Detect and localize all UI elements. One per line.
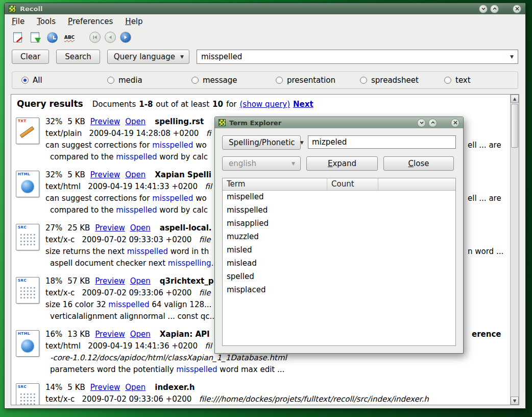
documents-word: Documents (92, 100, 136, 109)
open-link[interactable]: Open (130, 329, 151, 340)
relevance-percent: 18% (45, 275, 62, 287)
term-row[interactable]: mislead (223, 257, 455, 270)
result-headline: 27%25 KBPreviewOpenaspell-local. (45, 222, 219, 234)
shade-button[interactable] (479, 5, 488, 13)
match-term: misspelled (116, 152, 157, 161)
doc-title-fragment: erence (472, 329, 501, 340)
term-column-header[interactable]: Term (223, 178, 327, 190)
query-dropdown-arrow-icon[interactable]: ▼ (506, 54, 518, 59)
filter-label: message (203, 76, 237, 85)
expand-button[interactable]: Expand (306, 156, 378, 171)
search-button[interactable]: Search (56, 50, 100, 64)
html-doc-icon: HTML (16, 330, 39, 357)
scroll-down-icon[interactable]: ▼ (511, 397, 519, 405)
dialog-titlebar[interactable]: Term Explorer (215, 117, 463, 128)
term-input[interactable] (308, 135, 456, 149)
doc-type-badge: SRC (18, 385, 27, 389)
preview-link[interactable]: Preview (95, 222, 125, 234)
match-term: misspelled (152, 194, 193, 203)
filter-message[interactable]: message (191, 76, 237, 85)
dialog-unshade-button[interactable] (428, 119, 437, 127)
text-segment: file (199, 288, 211, 297)
result-line: -core-1.0.12/docs/apidoc/html/classXapia… (45, 352, 287, 364)
clear-search-icon[interactable] (11, 31, 24, 44)
dialog-shade-button[interactable] (417, 119, 426, 127)
results-scrollbar[interactable]: ▲ ▼ (510, 95, 519, 405)
preview-link[interactable]: Preview (95, 275, 125, 287)
filter-spreadsheet[interactable]: spreadsheet (360, 76, 419, 85)
filter-media[interactable]: media (107, 76, 142, 85)
count-cell (327, 230, 378, 244)
menu-file[interactable]: File (12, 17, 25, 26)
text-segment: word in th (168, 247, 209, 256)
open-link[interactable]: Open (125, 169, 146, 181)
term-row[interactable]: mispelled (223, 191, 455, 204)
titlebar[interactable]: Recoll (5, 3, 525, 14)
filter-all[interactable]: All (21, 76, 42, 85)
arrow-left-bar-icon (92, 34, 98, 40)
term-explorer-icon[interactable]: ABC (63, 31, 76, 44)
scrollbar-thumb[interactable] (511, 104, 518, 148)
preview-link[interactable]: Preview (95, 329, 125, 340)
open-link[interactable]: Open (130, 275, 151, 287)
term-cell: spelled (223, 270, 327, 284)
result-item: SRC14%5 KBPreviewOpenindexer.htext/x-c 2… (15, 382, 509, 405)
query-input[interactable] (197, 52, 506, 61)
unshade-button[interactable] (490, 5, 499, 13)
page-first-icon[interactable] (89, 32, 101, 43)
clear-button[interactable]: Clear (12, 50, 49, 64)
result-text: 32%5 KBPreviewOpenspelling.rsttext/plain… (45, 116, 211, 163)
query-results-title: Query results (17, 99, 83, 109)
document-update-icon[interactable] (28, 31, 41, 44)
filter-label: spreadsheet (371, 76, 419, 85)
preview-link[interactable]: Preview (90, 382, 120, 393)
dialog-title: Term Explorer (229, 119, 414, 127)
term-row[interactable]: spelled (223, 270, 455, 284)
preview-link[interactable]: Preview (90, 169, 120, 181)
filter-presentation[interactable]: presentation (276, 76, 335, 85)
next-page-link[interactable]: Next (293, 100, 313, 109)
window-controls (479, 5, 521, 13)
filter-text[interactable]: text (444, 76, 471, 85)
term-row[interactable]: misplaced (223, 284, 455, 297)
open-link[interactable]: Open (125, 116, 146, 128)
history-icon[interactable] (45, 31, 59, 44)
doc-size: 57 KB (67, 275, 90, 287)
term-row[interactable]: misapplied (223, 217, 455, 230)
relevance-percent: 16% (45, 329, 62, 340)
dialog-close-button[interactable] (451, 119, 460, 127)
term-cell: misled (223, 244, 327, 257)
doc-title: indexer.h (155, 382, 195, 393)
close-dialog-button[interactable]: Close (383, 156, 454, 171)
result-line: aspell document checker next misspelling… (45, 258, 219, 269)
preview-link[interactable]: Preview (90, 116, 120, 128)
count-column-header[interactable]: Count (327, 178, 378, 190)
relevance-percent: 14% (45, 382, 62, 393)
close-icon (453, 120, 458, 125)
menu-tools[interactable]: Tools (37, 17, 56, 26)
language-dropdown[interactable]: english ▼ (222, 156, 301, 171)
count-cell (327, 191, 378, 204)
open-link[interactable]: Open (130, 222, 151, 234)
query-language-dropdown[interactable]: Query language ▼ (107, 50, 189, 64)
query-language-label: Query language (114, 52, 175, 61)
scroll-up-icon[interactable]: ▲ (511, 95, 519, 103)
match-term: misspelled (176, 365, 217, 374)
term-row[interactable]: misled (223, 244, 455, 257)
text-segment: text/plain (45, 129, 89, 138)
match-term: misspelled (116, 205, 157, 215)
term-row[interactable]: muzzled (223, 230, 455, 244)
expansion-mode-dropdown[interactable]: Spelling/Phonetic ▼ (222, 135, 301, 150)
results-header: Query results Documents1-8out of at leas… (17, 99, 509, 109)
show-query-link[interactable]: (show query) (240, 100, 291, 109)
menu-help[interactable]: Help (125, 17, 142, 26)
radio-icon (360, 77, 367, 84)
open-link[interactable]: Open (125, 382, 146, 393)
page-previous-icon[interactable] (105, 32, 116, 43)
text-segment: 2009-07-02 09:33:03 +0200 (82, 235, 199, 244)
menu-preferences[interactable]: Preferences (68, 17, 113, 26)
page-next-icon[interactable] (120, 32, 131, 43)
term-row[interactable]: misspelled (223, 204, 455, 217)
close-button[interactable] (513, 5, 521, 13)
language-value: english (229, 159, 256, 168)
